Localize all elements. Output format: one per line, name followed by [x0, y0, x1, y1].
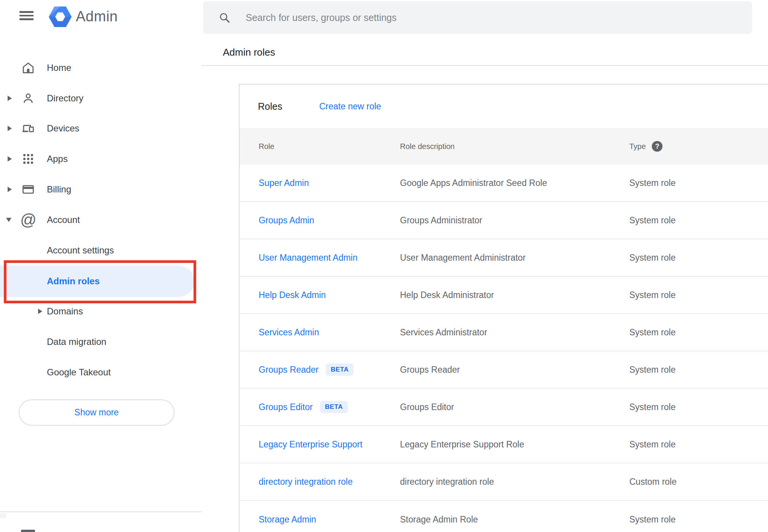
table-row: Services Admin Services Administrator Sy… [240, 314, 768, 351]
directory-icon [22, 92, 35, 105]
role-link[interactable]: Super Admin [259, 178, 309, 188]
sidebar-item-devices[interactable]: Devices [0, 113, 196, 144]
expand-right-icon [8, 96, 12, 101]
role-description: directory integration role [400, 477, 629, 487]
sidebar-item-data-migration[interactable]: Data migration [0, 327, 196, 357]
role-description: Help Desk Administrator [400, 290, 629, 300]
column-header-description: Role description [400, 142, 629, 151]
table-row: User Management Admin User Management Ad… [240, 239, 768, 277]
role-type: System role [629, 439, 768, 450]
role-link[interactable]: Groups Reader [259, 365, 318, 375]
role-link[interactable]: Groups Admin [259, 215, 314, 226]
billing-icon [22, 183, 35, 196]
role-description: User Management Administrator [400, 253, 629, 263]
table-row: Groups Reader BETA Groups Reader System … [240, 351, 768, 389]
role-link[interactable]: Help Desk Admin [259, 290, 326, 300]
role-link[interactable]: directory integration role [259, 477, 353, 487]
role-link[interactable]: Services Admin [259, 327, 319, 338]
column-header-type: Type [629, 142, 646, 151]
expand-right-icon [8, 126, 12, 131]
sidebar-item-label: Domains [47, 306, 83, 317]
header-divider [202, 65, 768, 66]
product-name: Admin [76, 8, 118, 25]
beta-badge: BETA [326, 364, 354, 376]
admin-logo-icon[interactable] [49, 6, 72, 27]
sidebar-item-billing[interactable]: Billing [0, 174, 196, 205]
table-row: Help Desk Admin Help Desk Administrator … [240, 277, 768, 314]
roles-panel-header: Roles Create new role [240, 85, 768, 128]
apps-icon [22, 152, 35, 165]
sidebar-item-directory[interactable]: Directory [0, 83, 196, 114]
sidebar-divider [0, 511, 202, 512]
role-description: Groups Editor [400, 402, 629, 412]
role-link[interactable]: User Management Admin [259, 253, 358, 263]
table-row: directory integration role directory int… [240, 463, 768, 501]
sidebar-item-label: Billing [47, 184, 71, 195]
table-row: Legacy Enterprise Support Legacy Enterpr… [240, 426, 768, 463]
role-description: Services Administrator [400, 327, 629, 338]
sidebar-item-home[interactable]: Home [0, 53, 196, 83]
table-row: Groups Editor BETA Groups Editor System … [240, 389, 768, 426]
sidebar-item-label: Directory [47, 93, 83, 104]
role-type: System role [629, 402, 768, 412]
role-link[interactable]: Legacy Enterprise Support [259, 439, 362, 450]
sidebar-item-admin-roles[interactable]: Admin roles [0, 266, 194, 297]
table-header-row: Role Role description Type ? [240, 128, 768, 165]
sidebar-item-apps[interactable]: Apps [0, 144, 196, 174]
home-icon [22, 61, 35, 74]
role-description: Google Apps Administrator Seed Role [400, 178, 629, 188]
sidebar-item-label: Home [47, 62, 71, 73]
create-new-role-link[interactable]: Create new role [319, 101, 381, 112]
sidebar-item-google-takeout[interactable]: Google Takeout [0, 357, 196, 388]
panel-title: Roles [258, 101, 282, 112]
beta-badge: BETA [320, 401, 348, 413]
menu-button[interactable] [19, 11, 34, 20]
sidebar-item-account-settings[interactable]: Account settings [0, 235, 196, 266]
sidebar-item-domains[interactable]: Domains [0, 296, 196, 327]
role-type: System role [629, 178, 768, 188]
role-description: Legacy Enterprise Support Role [400, 439, 629, 450]
role-type: System role [629, 514, 768, 525]
account-at-icon: @ [20, 212, 37, 228]
role-type: System role [629, 290, 768, 300]
search-input[interactable] [203, 1, 752, 34]
sidebar-item-label: Apps [47, 154, 68, 164]
role-description: Groups Administrator [400, 215, 629, 226]
sidebar-item-label: Devices [47, 123, 79, 134]
search-bar[interactable] [203, 1, 752, 34]
role-type: System role [629, 365, 768, 375]
roles-panel: Roles Create new role Role Role descript… [239, 84, 768, 532]
role-type: System role [629, 253, 768, 263]
clipped-next-item-icon [21, 530, 35, 532]
sidebar-item-label: Account settings [47, 245, 114, 256]
role-type: Custom role [629, 477, 768, 487]
scrollbar-fragment [0, 513, 6, 518]
sidebar-item-label: Data migration [47, 337, 106, 347]
role-description: Groups Reader [400, 365, 629, 375]
expand-down-icon [6, 218, 11, 222]
role-type: System role [629, 215, 768, 226]
breadcrumb: Admin roles [223, 46, 275, 58]
role-link[interactable]: Groups Editor [259, 402, 313, 412]
role-link[interactable]: Storage Admin [259, 514, 316, 525]
devices-icon [22, 122, 35, 135]
hamburger-icon [19, 11, 34, 13]
help-icon[interactable]: ? [652, 141, 662, 152]
sidebar-item-label: Admin roles [47, 276, 100, 287]
table-row: Super Admin Google Apps Administrator Se… [240, 165, 768, 202]
table-row: Storage Admin Storage Admin Role System … [240, 501, 768, 532]
sidebar-item-account[interactable]: @ Account [0, 205, 196, 235]
expand-right-icon [8, 187, 12, 192]
role-description: Storage Admin Role [400, 514, 629, 525]
column-header-role: Role [259, 142, 400, 151]
table-row: Groups Admin Groups Administrator System… [240, 202, 768, 239]
expand-right-icon [38, 309, 42, 314]
expand-right-icon [8, 156, 12, 162]
role-type: System role [629, 327, 768, 338]
show-more-button[interactable]: Show more [19, 399, 174, 426]
sidebar-item-label: Google Takeout [47, 367, 111, 378]
sidebar-item-label: Account [47, 215, 80, 225]
